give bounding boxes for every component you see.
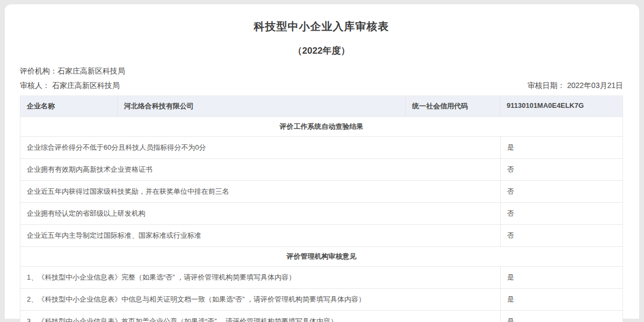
credit-code-label: 统一社会信用代码 [406, 96, 500, 116]
evaluation-org: 评价机构：石家庄高新区科技局 [20, 67, 125, 76]
company-info-row: 企业名称 河北络合科技有限公司 统一社会信用代码 91130101MA0E4EL… [20, 96, 623, 117]
question-text: 企业综合评价得分不低于60分且科技人员指标得分不为0分 [20, 137, 500, 158]
table-row: 企业拥有经认定的省部级以上研发机构 否 [20, 203, 623, 225]
question-text: 2、《科技型中小企业信息表》中信息与相关证明文档一致（如果选“否” ，请评价管理… [20, 289, 500, 310]
table-row: 3、《科技型中小企业信息表》首页加盖企业公章（如果选“否” ，请评价管理机构简要… [20, 311, 623, 322]
form-meta: 评价机构：石家庄高新区科技局 审核人： 石家庄高新区科技局 审核日期： 2022… [20, 67, 623, 91]
answer-value: 是 [500, 311, 623, 322]
question-text: 3、《科技型中小企业信息表》首页加盖企业公章（如果选“否” ，请评价管理机构简要… [20, 311, 500, 322]
question-text: 企业拥有经认定的省部级以上研发机构 [20, 203, 500, 224]
audit-table: 企业名称 河北络合科技有限公司 统一社会信用代码 91130101MA0E4EL… [20, 96, 623, 322]
answer-value: 否 [500, 159, 623, 180]
answer-value: 否 [500, 225, 623, 246]
answer-value: 是 [500, 289, 623, 310]
answer-value: 是 [500, 267, 623, 288]
company-name-value: 河北络合科技有限公司 [117, 96, 406, 116]
audit-date: 审核日期： 2022年03月21日 [528, 81, 623, 91]
table-row: 1、《科技型中小企业信息表》完整（如果选“否” ，请评价管理机构简要填写具体内容… [20, 267, 623, 289]
question-text: 1、《科技型中小企业信息表》完整（如果选“否” ，请评价管理机构简要填写具体内容… [20, 267, 500, 288]
answer-value: 否 [500, 181, 623, 202]
table-row: 企业拥有有效期内高新技术企业资格证书 否 [20, 159, 623, 181]
question-text: 企业拥有有效期内高新技术企业资格证书 [20, 159, 500, 180]
question-text: 企业近五年内主导制定过国际标准、国家标准或行业标准 [20, 225, 500, 246]
table-row: 企业近五年内获得过国家级科技奖励，并在获奖单位中排在前三名 否 [20, 181, 623, 203]
table-row: 企业近五年内主导制定过国际标准、国家标准或行业标准 否 [20, 225, 623, 247]
audit-form-page: 科技型中小企业入库审核表 （2022年度） 评价机构：石家庄高新区科技局 审核人… [5, 4, 639, 319]
question-text: 企业近五年内获得过国家级科技奖励，并在获奖单位中排在前三名 [20, 181, 500, 202]
page-subtitle: （2022年度） [20, 45, 623, 57]
section-header-system-check: 评价工作系统自动查验结果 [20, 117, 623, 137]
section-header-agency-opinion: 评价管理机构审核意见 [20, 247, 623, 267]
table-row: 2、《科技型中小企业信息表》中信息与相关证明文档一致（如果选“否” ，请评价管理… [20, 289, 623, 311]
credit-code-value: 91130101MA0E4ELK7G [500, 96, 623, 116]
table-row: 企业综合评价得分不低于60分且科技人员指标得分不为0分 是 [20, 137, 623, 159]
answer-value: 否 [500, 203, 623, 224]
answer-value: 是 [500, 137, 623, 158]
company-name-label: 企业名称 [20, 96, 117, 116]
page-title: 科技型中小企业入库审核表 [20, 19, 623, 34]
auditor: 审核人： 石家庄高新区科技局 [20, 81, 120, 91]
